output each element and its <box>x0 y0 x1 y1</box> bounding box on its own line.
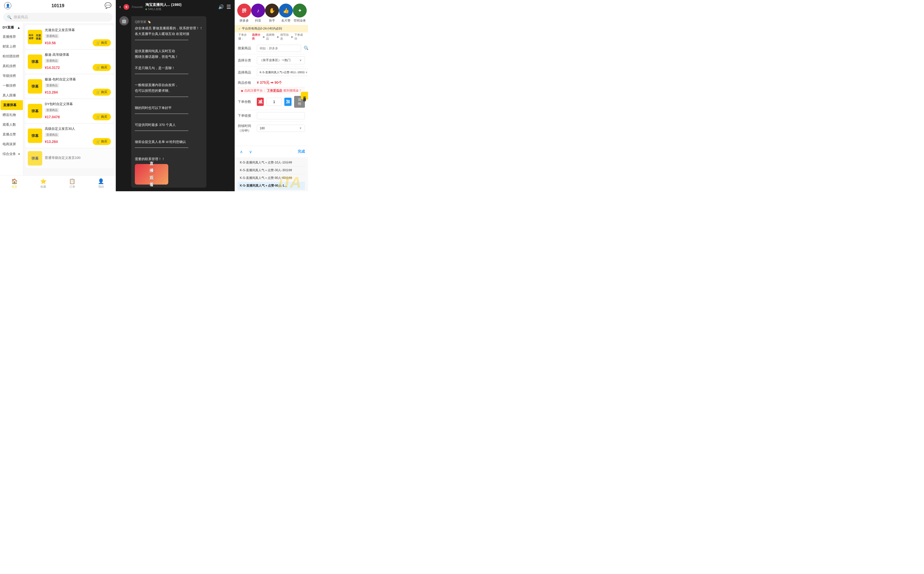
buy-btn-4[interactable]: 🛒 购买 <box>93 114 111 120</box>
pdd-label: 拼多多 <box>240 19 249 23</box>
category-select[interactable]: （块手业务区）⇒热门 ▼ <box>257 56 305 64</box>
chat-body: 🤖 Q群管家 🏷️ @全体成员 要做直播观看的，联系群管理！！ 各大直播平台真人… <box>116 14 235 191</box>
product-chevron-icon: ▼ <box>305 71 308 74</box>
dropdown-item-1[interactable]: K-S-直播间真人气＋点赞-10人-10分钟 <box>238 159 305 167</box>
sidebar-item-live-like[interactable]: 直播点赞 <box>0 129 23 139</box>
product-badge-2: 弹幕 <box>28 55 42 69</box>
product-select[interactable]: K-S-直播间真人气+点赞-90人-180分 ▼ <box>257 69 308 76</box>
chat-message: 🤖 Q群管家 🏷️ @全体成员 要做直播观看的，联系群管理！！ 各大直播平台真人… <box>119 16 231 188</box>
bottom-nav-collect[interactable]: ⭐ 收藏 <box>29 177 58 190</box>
buy-btn-3[interactable]: 🛒 购买 <box>93 89 111 96</box>
qty-minus-btn[interactable]: 减 <box>257 98 264 106</box>
qty-input[interactable] <box>266 98 282 106</box>
shop-icon-pdd[interactable]: 拼 拼多多 <box>237 3 251 23</box>
duration-select[interactable]: 180 ▼ <box>257 125 305 132</box>
sidebar-item-real-follow[interactable]: 真人跟播 <box>0 90 23 100</box>
douyin-icon: ♪ <box>257 8 259 14</box>
dropdown-item-2[interactable]: K-S-直播间真人气＋点赞-30人-30分钟 <box>238 167 305 174</box>
banner-text: 平台所有商品0-24小时内必到 <box>242 27 282 31</box>
sidebar-item-wealth-rank[interactable]: 财富上榜 <box>0 42 23 51</box>
chat-image-label: 直播观看 <box>149 160 153 188</box>
chat-menu-icon[interactable]: ☰ <box>226 4 231 10</box>
product-info-3: 极速-包时自定义弹幕 普通商品 ¥13.284 🛒 购买 <box>45 77 111 96</box>
search-placeholder: 搜索商品 <box>14 15 28 19</box>
sidebar-item-ecom-scroll[interactable]: 电商滚屏 <box>0 139 23 149</box>
product-price-row-1: ¥10.56 🛒 购买 <box>45 39 111 46</box>
sidebar-item-live-bullet[interactable]: 直播弹幕 <box>0 100 23 110</box>
sidebar-item-normal-rank[interactable]: 一般挂榜 <box>0 81 23 90</box>
product-info-5: 高级自定义发言30人 普通商品 ¥13.284 🛒 购买 <box>45 126 111 145</box>
dropdown-item-4[interactable]: K-S-直播间真人气＋点赞-90人-1... <box>238 182 305 190</box>
search-form-row: 搜索商品 🔍 <box>238 43 305 54</box>
message-icon[interactable]: 💬 <box>104 2 111 9</box>
product-price-2: ¥14.3172 <box>45 66 60 69</box>
bottom-nav-order[interactable]: 📋 订单 <box>58 177 87 190</box>
promo-link[interactable]: 下单更低价 <box>267 88 282 93</box>
shop-icon-mingpian[interactable]: 👍 名片赞 <box>279 3 293 23</box>
page-next-btn[interactable]: ∨ <box>247 148 254 155</box>
product-tag-3: 普通商品 <box>45 83 59 88</box>
product-dropdown: K-S-直播间真人气＋点赞-10人-10分钟 K-S-直播间真人气＋点赞-30人… <box>235 157 308 191</box>
shop-icon-kongjian[interactable]: ✦ 空间业务 <box>293 3 307 23</box>
right-panel: 拼 拼多多 ♪ 抖音 ✋ 块手 👍 名片赞 <box>235 0 308 191</box>
product-name-2: 极速-高等级弹幕 <box>45 52 111 57</box>
bottom-nav-mine-label: 我的 <box>98 185 104 189</box>
sidebar-collapse-icon[interactable]: ▲ <box>17 26 21 30</box>
page-prev-btn[interactable]: ∧ <box>238 148 245 155</box>
qty-label: 下单份数 <box>238 99 254 104</box>
qty-plus-btn[interactable]: 加 <box>284 98 291 106</box>
chat-back-btn[interactable]: ‹ <box>119 4 121 9</box>
product-price-3: ¥13.284 <box>45 90 58 95</box>
sidebar-item-general[interactable]: 综合业务▼ <box>0 149 23 159</box>
buy-btn-1[interactable]: 🛒 购买 <box>93 39 111 46</box>
bottom-nav-mine[interactable]: 👤 我的 <box>87 177 115 190</box>
bottom-nav-home[interactable]: 🏠 首页 <box>0 177 29 190</box>
sidebar-item-watch-count[interactable]: 观看人数 <box>0 120 23 129</box>
kongjian-icon: ✦ <box>298 8 302 14</box>
shop-icon-douyin[interactable]: ♪ 抖音 <box>251 3 265 23</box>
product-tag-5: 普通商品 <box>45 132 59 137</box>
promo-row: ◆ 点此注册平台： 下单更低价 签到领现金！ <box>238 87 305 94</box>
shop-icons-row: 拼 拼多多 ♪ 抖音 ✋ 块手 👍 名片赞 <box>235 0 308 25</box>
user-icon[interactable]: 👤 <box>4 2 11 9</box>
shop-form: 搜索商品 🔍 选择分类 （块手业务区）⇒热门 ▼ 选择商品 K-S-直播间真人气… <box>235 42 308 146</box>
dropdown-item-3[interactable]: K-S-直播间真人气＋点赞-90人-60分钟 <box>238 174 305 182</box>
product-name-6: 普通等级自定义发言100 <box>45 156 111 160</box>
shop-search-input[interactable] <box>257 45 301 52</box>
promo-suffix: 签到领现金！ <box>283 88 302 93</box>
category-value: （块手业务区）⇒热门 <box>259 58 291 63</box>
sidebar-nav: DY直播 ▲ 直播推荐 财富上榜 粉丝团挂榜 真机挂榜 等级挂榜 一般挂榜 真人… <box>0 23 23 175</box>
kuaishou-icon-circle: ✋ <box>265 3 279 17</box>
chat-voice-icon[interactable]: 🔊 <box>218 4 224 10</box>
app-title: 10119 <box>51 3 64 8</box>
link-label: 下单链接 <box>238 114 254 118</box>
buy-btn-2[interactable]: 🛒 购买 <box>93 64 111 71</box>
price-form-row: 商品价格 ¥ 375元 ➡ 90个 <box>238 79 305 87</box>
search-form-label: 搜索商品 <box>238 46 254 50</box>
sidebar-item-robot-rank[interactable]: 真机挂榜 <box>0 61 23 71</box>
search-bar[interactable]: 🔍 搜索商品 <box>3 13 112 22</box>
search-submit-icon[interactable]: 🔍 <box>304 46 308 51</box>
mine-icon: 👤 <box>98 178 104 184</box>
chat-image-card[interactable]: 直播观看 <box>135 164 168 184</box>
link-input[interactable] <box>257 112 305 119</box>
sidebar-item-fans-rank[interactable]: 粉丝团挂榜 <box>0 51 23 61</box>
sidebar-item-level-rank[interactable]: 等级挂榜 <box>0 71 23 81</box>
complete-btn[interactable]: 完成 <box>298 149 305 154</box>
shop-icon-kuaishou[interactable]: ✋ 块手 <box>265 3 279 23</box>
floating-side-btn[interactable]: 平台福利群 <box>301 92 308 99</box>
scroll-down-btn[interactable]: ▼ <box>223 191 231 191</box>
right-panel-wrapper: 拼 拼多多 ♪ 抖音 ✋ 块手 👍 名片赞 <box>235 0 308 191</box>
step-arrow-3: ▶ <box>291 35 293 39</box>
category-chevron-icon: ▼ <box>299 58 302 62</box>
buy-btn-5[interactable]: 🛒 购买 <box>93 138 111 145</box>
product-price-4: ¥17.0478 <box>45 115 60 119</box>
home-icon: 🏠 <box>11 178 18 184</box>
pagination-row: ∧ ∨ 完成 <box>235 146 308 157</box>
sidebar-item-send-gift[interactable]: 赠送礼物 <box>0 110 23 120</box>
douyin-label: 抖音 <box>255 19 261 23</box>
product-info-2: 极速-高等级弹幕 普通商品 ¥14.3172 🛒 购买 <box>45 52 111 71</box>
product-tag-1: 普通商品 <box>45 34 59 38</box>
chat-header: ‹ 9 Freunde 淘宝直播间人... (1980) 548人在线 🔊 ☰ <box>116 0 235 14</box>
sidebar-item-live-recommend[interactable]: 直播推荐 <box>0 32 23 42</box>
